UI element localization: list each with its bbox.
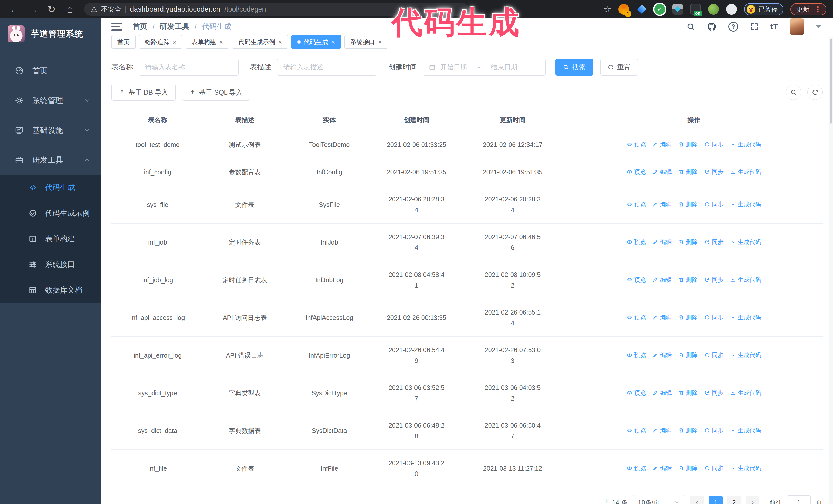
action-sync-link[interactable]: 同步 — [704, 312, 723, 323]
refresh-button[interactable] — [807, 85, 823, 100]
action-eye-link[interactable]: 预览 — [627, 312, 646, 323]
action-edit-link[interactable]: 编辑 — [652, 237, 672, 247]
action-eye-link[interactable]: 预览 — [627, 387, 646, 398]
tab-close-icon[interactable]: × — [378, 39, 382, 45]
action-edit-link[interactable]: 编辑 — [652, 274, 672, 285]
action-eye-link[interactable]: 预览 — [627, 237, 646, 247]
sidebar-subitem-4[interactable]: 数据库文档 — [0, 278, 101, 303]
address-bar[interactable]: ⚠ 不安全 dashboard.yudao.iocoder.cn/tool/co… — [84, 3, 469, 16]
action-delete-link[interactable]: 删除 — [679, 274, 698, 285]
search-button[interactable]: 搜索 — [555, 59, 593, 76]
sidebar-item-2[interactable]: 基础设施 — [0, 115, 101, 145]
action-download-link[interactable]: 生成代码 — [730, 312, 761, 323]
action-delete-link[interactable]: 删除 — [679, 199, 698, 210]
help-icon[interactable]: ? — [729, 22, 738, 31]
scrollbar-thumb[interactable] — [830, 39, 832, 124]
action-download-link[interactable]: 生成代码 — [730, 274, 761, 285]
security-warning-icon[interactable]: ⚠ — [91, 5, 97, 14]
breadcrumb-home[interactable]: 首页 — [133, 22, 147, 32]
action-sync-link[interactable]: 同步 — [704, 199, 723, 210]
sidebar-subitem-0[interactable]: 代码生成 — [0, 175, 101, 200]
sidebar-item-1[interactable]: 系统管理 — [0, 86, 101, 115]
profile-paused-pill[interactable]: 已暂停 — [744, 3, 783, 16]
next-page-button[interactable]: › — [746, 496, 759, 504]
sidebar-subitem-2[interactable]: 表单构建 — [0, 226, 101, 252]
tab-1[interactable]: 链路追踪× — [139, 35, 182, 49]
action-delete-link[interactable]: 删除 — [679, 463, 698, 474]
action-sync-link[interactable]: 同步 — [704, 387, 723, 398]
github-icon[interactable] — [707, 22, 717, 31]
action-download-link[interactable]: 生成代码 — [730, 350, 761, 360]
import-sql-button[interactable]: 基于 SQL 导入 — [182, 84, 250, 101]
date-end-placeholder[interactable]: 结束日期 — [491, 63, 518, 72]
date-start-placeholder[interactable]: 开始日期 — [441, 63, 467, 72]
action-eye-link[interactable]: 预览 — [627, 166, 646, 177]
action-sync-link[interactable]: 同步 — [704, 274, 723, 285]
action-edit-link[interactable]: 编辑 — [652, 387, 672, 398]
action-download-link[interactable]: 生成代码 — [730, 166, 761, 177]
tab-2[interactable]: 表单构建× — [186, 35, 229, 49]
sidebar-item-0[interactable]: 首页 — [0, 56, 101, 86]
green-check-extension-icon[interactable]: ✓ — [654, 4, 665, 15]
sidebar-subitem-1[interactable]: 代码生成示例 — [0, 200, 101, 226]
browser-home-icon[interactable]: ⌂ — [62, 2, 78, 17]
breadcrumb-devtools[interactable]: 研发工具 — [160, 22, 189, 32]
tab-close-icon[interactable]: × — [219, 39, 223, 45]
table-desc-input[interactable] — [277, 59, 377, 76]
blue-gem-extension-icon[interactable] — [636, 4, 647, 15]
date-range-picker[interactable]: 开始日期 - 结束日期 — [423, 59, 546, 76]
action-sync-link[interactable]: 同步 — [704, 463, 723, 474]
page-button-1[interactable]: 1 — [709, 496, 722, 504]
action-download-link[interactable]: 生成代码 — [730, 237, 761, 247]
sidebar-collapse-icon[interactable] — [112, 23, 122, 31]
action-edit-link[interactable]: 编辑 — [652, 463, 672, 474]
action-sync-link[interactable]: 同步 — [704, 139, 723, 150]
tab-5[interactable]: 系统接口× — [344, 35, 388, 49]
sidebar-item-3[interactable]: 研发工具 — [0, 145, 101, 175]
action-download-link[interactable]: 生成代码 — [730, 199, 761, 210]
action-delete-link[interactable]: 删除 — [679, 139, 698, 150]
action-download-link[interactable]: 生成代码 — [730, 463, 761, 474]
tab-close-icon[interactable]: × — [172, 39, 176, 45]
action-download-link[interactable]: 生成代码 — [730, 425, 761, 436]
action-delete-link[interactable]: 删除 — [679, 237, 698, 247]
browser-menu-dots-icon[interactable]: ⋮ — [814, 5, 822, 14]
goto-page-input[interactable] — [787, 495, 811, 504]
grid-diamond-extension-icon[interactable] — [672, 4, 683, 15]
sidebar-logo-row[interactable]: 芋道管理系统 — [0, 19, 101, 49]
tab-close-icon[interactable]: × — [278, 39, 282, 45]
action-eye-link[interactable]: 预览 — [627, 350, 646, 360]
toggle-search-button[interactable] — [786, 85, 801, 100]
user-avatar[interactable] — [790, 19, 804, 35]
action-eye-link[interactable]: 预览 — [627, 199, 646, 210]
tab-3[interactable]: 代码生成示例× — [232, 35, 288, 49]
sidebar-subitem-3[interactable]: 系统接口 — [0, 252, 101, 278]
browser-forward-icon[interactable]: → — [25, 2, 41, 17]
bookmark-star-icon[interactable]: ☆ — [603, 4, 611, 14]
action-delete-link[interactable]: 删除 — [679, 166, 698, 177]
action-eye-link[interactable]: 预览 — [627, 425, 646, 436]
action-delete-link[interactable]: 删除 — [679, 312, 698, 323]
green-critter-extension-icon[interactable] — [708, 4, 719, 15]
action-sync-link[interactable]: 同步 — [704, 237, 723, 247]
action-edit-link[interactable]: 编辑 — [652, 312, 672, 323]
action-edit-link[interactable]: 编辑 — [652, 166, 672, 177]
browser-back-icon[interactable]: ← — [7, 2, 23, 17]
action-eye-link[interactable]: 预览 — [627, 139, 646, 150]
action-eye-link[interactable]: 预览 — [627, 274, 646, 285]
tab-close-icon[interactable]: × — [331, 39, 335, 45]
action-edit-link[interactable]: 编辑 — [652, 425, 672, 436]
page-size-select[interactable]: 10条/页 — [633, 495, 685, 504]
browser-update-button[interactable]: 更新 ⋮ — [790, 3, 826, 16]
tab-4[interactable]: 代码生成× — [291, 35, 341, 49]
page-scrollbar[interactable] — [829, 37, 833, 504]
user-menu-caret-icon[interactable] — [815, 25, 821, 28]
prev-page-button[interactable]: ‹ — [690, 496, 704, 504]
action-edit-link[interactable]: 编辑 — [652, 139, 672, 150]
import-db-button[interactable]: 基于 DB 导入 — [112, 84, 175, 101]
action-sync-link[interactable]: 同步 — [704, 350, 723, 360]
action-delete-link[interactable]: 删除 — [679, 350, 698, 360]
white-puzzle-extension-icon[interactable] — [726, 4, 737, 15]
page-button-2[interactable]: 2 — [727, 496, 741, 504]
table-name-input[interactable] — [139, 59, 239, 76]
